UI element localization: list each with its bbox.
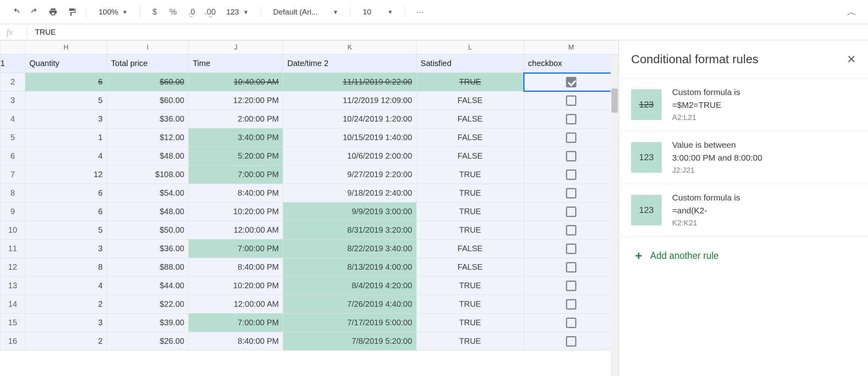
row-header[interactable]: 13 (0, 277, 25, 295)
col-header-I[interactable]: I (107, 41, 189, 54)
currency-button[interactable]: $ (146, 4, 162, 20)
cell[interactable]: 2:00:00 PM (189, 110, 283, 128)
cell[interactable]: 10/6/2019 2:00:00 (283, 147, 416, 165)
checkbox-icon[interactable] (566, 188, 576, 198)
cell[interactable]: TRUE (416, 202, 524, 221)
cell[interactable]: FALSE (416, 91, 524, 110)
cell[interactable]: Total price (107, 54, 189, 73)
cell[interactable]: 8/4/2019 4:20:00 (283, 277, 416, 295)
cell[interactable]: FALSE (416, 258, 524, 277)
format-rule[interactable]: 123 Value is between 3:00:00 PM and 8:00… (619, 131, 868, 184)
cell[interactable]: 6 (25, 202, 107, 221)
cell[interactable]: 12 (25, 165, 107, 184)
decrease-decimal-button[interactable]: .0← (183, 4, 200, 20)
cell[interactable]: 12:00:00 AM (189, 295, 283, 314)
font-dropdown[interactable]: Default (Ari...▼ (267, 8, 344, 17)
cell-checkbox[interactable] (524, 258, 618, 277)
cell[interactable]: FALSE (416, 110, 524, 128)
checkbox-icon[interactable] (566, 114, 576, 124)
format-rule[interactable]: 123 Custom formula is =and(K2- K2:K21 (619, 184, 868, 237)
cell[interactable]: 10:20:00 PM (189, 277, 283, 295)
font-size-dropdown[interactable]: 10▼ (357, 8, 399, 17)
cell[interactable]: Date/time 2 (283, 54, 416, 73)
row-header[interactable]: 5 (0, 128, 25, 147)
format-rule[interactable]: 123 Custom formula is =$M2=TRUE A2:L21 (619, 78, 868, 131)
cell-checkbox[interactable] (524, 73, 618, 91)
cell-checkbox[interactable] (524, 110, 618, 128)
cell[interactable]: 5 (25, 91, 107, 110)
row-header[interactable]: 7 (0, 165, 25, 184)
cell[interactable]: 8 (25, 258, 107, 277)
cell[interactable]: 8/22/2019 3:40:00 (283, 240, 416, 258)
cell[interactable]: 7:00:00 PM (189, 240, 283, 258)
cell[interactable]: $48.00 (107, 202, 189, 221)
more-button[interactable]: ⋯ (412, 4, 428, 20)
add-rule-button[interactable]: + Add another rule (619, 237, 868, 275)
close-icon[interactable]: ✕ (847, 53, 856, 66)
col-header-L[interactable]: L (416, 41, 524, 54)
cell[interactable]: 5 (25, 221, 107, 240)
cell[interactable]: 12:00:00 AM (189, 221, 283, 240)
cell[interactable]: $36.00 (107, 240, 189, 258)
cell[interactable]: $36.00 (107, 110, 189, 128)
cell-checkbox[interactable] (524, 240, 618, 258)
checkbox-icon[interactable] (566, 281, 576, 291)
redo-button[interactable] (27, 4, 43, 20)
cell-checkbox[interactable] (524, 184, 618, 202)
cell[interactable]: TRUE (416, 73, 524, 91)
cell-checkbox[interactable] (524, 314, 618, 332)
cell[interactable]: FALSE (416, 128, 524, 147)
cell[interactable]: 7:00:00 PM (189, 314, 283, 332)
cell[interactable]: 10/24/2019 1:20:00 (283, 110, 416, 128)
cell-checkbox[interactable] (524, 202, 618, 221)
checkbox-icon[interactable] (566, 151, 576, 161)
row-header[interactable]: 15 (0, 314, 25, 332)
undo-button[interactable] (8, 4, 24, 20)
checkbox-icon[interactable] (566, 336, 576, 347)
checkbox-icon[interactable] (566, 132, 576, 143)
cell[interactable]: $26.00 (107, 332, 189, 351)
col-header-M[interactable]: M (524, 41, 618, 54)
formula-value[interactable]: TRUE (35, 28, 56, 37)
spreadsheet[interactable]: H I J K L M 1 Quantity Total price Time … (0, 40, 619, 376)
cell-checkbox[interactable] (524, 295, 618, 314)
cell[interactable]: TRUE (416, 295, 524, 314)
row-header[interactable]: 11 (0, 240, 25, 258)
checkbox-icon[interactable] (566, 207, 576, 217)
cell-checkbox[interactable] (524, 165, 618, 184)
formula-bar[interactable]: fx TRUE (0, 24, 868, 40)
cell[interactable]: 7/8/2019 5:20:00 (283, 332, 416, 351)
cell[interactable]: 7/26/2019 4:40:00 (283, 295, 416, 314)
vertical-scrollbar[interactable] (611, 56, 619, 376)
checkbox-icon[interactable] (566, 95, 576, 106)
cell[interactable]: TRUE (416, 221, 524, 240)
cell[interactable]: $44.00 (107, 277, 189, 295)
cell[interactable]: 10/15/2019 1:40:00 (283, 128, 416, 147)
cell[interactable]: 9/9/2019 3:00:00 (283, 202, 416, 221)
row-header[interactable]: 8 (0, 184, 25, 202)
cell[interactable]: 9/27/2019 2:20:00 (283, 165, 416, 184)
checkbox-icon[interactable] (566, 77, 576, 87)
zoom-dropdown[interactable]: 100%▼ (93, 8, 133, 17)
cell[interactable]: TRUE (416, 165, 524, 184)
cell-checkbox[interactable] (524, 221, 618, 240)
checkbox-icon[interactable] (566, 225, 576, 236)
checkbox-icon[interactable] (566, 318, 576, 328)
cell[interactable]: 1 (25, 128, 107, 147)
percent-button[interactable]: % (165, 4, 181, 20)
cell[interactable]: 11/11/2019 0:22:00 (283, 73, 416, 91)
cell[interactable]: Time (189, 54, 283, 73)
cell[interactable]: Quantity (25, 54, 107, 73)
cell[interactable]: $22.00 (107, 295, 189, 314)
cell-checkbox[interactable] (524, 332, 618, 351)
row-header[interactable]: 3 (0, 91, 25, 110)
cell[interactable]: $12.00 (107, 128, 189, 147)
cell[interactable]: $60.00 (107, 73, 189, 91)
row-header[interactable]: 6 (0, 147, 25, 165)
cell[interactable]: $108.00 (107, 165, 189, 184)
cell[interactable]: FALSE (416, 240, 524, 258)
cell[interactable]: TRUE (416, 332, 524, 351)
cell[interactable]: 8:40:00 PM (189, 332, 283, 351)
row-header[interactable]: 12 (0, 258, 25, 277)
cell[interactable]: 3:40:00 PM (189, 128, 283, 147)
